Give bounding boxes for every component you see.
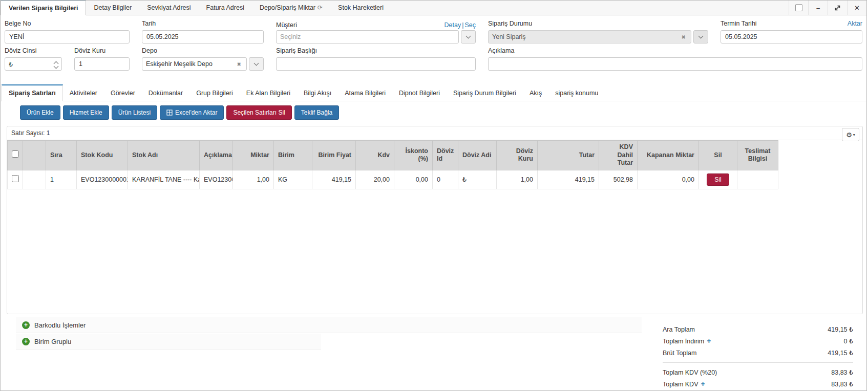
subtab-siparis-satirlari[interactable]: Sipariş Satırları — [2, 84, 63, 101]
col-stok-adi[interactable]: Stok Adı — [128, 141, 200, 170]
excelden-aktar-button[interactable]: Excel'den Aktar — [160, 105, 224, 120]
col-kdv-dahil-tutar[interactable]: KDV Dahil Tutar — [599, 141, 638, 170]
clear-icon[interactable]: ✖ — [236, 61, 243, 67]
col-doviz-kuru[interactable]: Döviz Kuru — [497, 141, 538, 170]
urun-listesi-button[interactable]: Ürün Listesi — [112, 105, 157, 120]
row-checkbox[interactable] — [12, 175, 19, 182]
doviz-kuru-input[interactable] — [74, 57, 130, 71]
aciklama-input[interactable] — [488, 57, 862, 71]
subtab-siparis-konumu[interactable]: sipariş konumu — [548, 85, 605, 101]
tab-verilen-siparis-bilgileri[interactable]: Verilen Sipariş Bilgileri — [1, 1, 86, 15]
depo-dropdown-button[interactable] — [249, 57, 264, 71]
subtab-grup-bilgileri[interactable]: Grup Bilgileri — [189, 85, 240, 101]
cell-stok-adi: KARANFİL TANE ---- Kalan : 14 — [128, 170, 200, 189]
termin-tarihi-input[interactable] — [721, 30, 862, 43]
tab-label: Sevkiyat Adresi — [147, 4, 190, 15]
tab-label: Verilen Sipariş Bilgileri — [9, 5, 78, 15]
secilen-satirlari-sil-button[interactable]: Seçilen Satırları Sil — [226, 105, 291, 120]
col-aciklama[interactable]: Açıklama — [200, 141, 233, 170]
order-header-form: Belge No Tarih Müşteri Detay|Seç Seçiniz — [1, 15, 866, 76]
subtab-ek-alan-bilgileri[interactable]: Ek Alan Bilgileri — [240, 85, 297, 101]
col-doviz-id[interactable]: Döviz Id — [433, 141, 458, 170]
tab-detay-bilgiler[interactable]: Detay Bilgiler — [86, 1, 139, 15]
siparis-durumu-label: Sipariş Durumu — [488, 20, 708, 28]
main-tabbar: Verilen Sipariş Bilgileri Detay Bilgiler… — [1, 1, 866, 15]
clear-icon[interactable]: ✖ — [680, 34, 687, 40]
subtab-dipnot-bilgileri[interactable]: Dipnot Bilgileri — [392, 85, 447, 101]
tab-stok-hareketleri[interactable]: Stok Hareketleri — [330, 1, 391, 15]
cell-aciklama: EVO1230000001 — [200, 170, 233, 189]
toplam-indirim-value: 0 ₺ — [844, 337, 853, 345]
col-iskonto[interactable]: İskonto (%) — [394, 141, 433, 170]
siparis-basligi-input[interactable] — [276, 57, 476, 71]
col-kapanan-miktar[interactable]: Kapanan Miktar — [638, 141, 699, 170]
col-miktar[interactable]: Miktar — [233, 141, 274, 170]
tab-sevkiyat-adresi[interactable]: Sevkiyat Adresi — [139, 1, 198, 15]
subtab-atama-bilgileri[interactable]: Atama Bilgileri — [338, 85, 392, 101]
musteri-label: Müşteri — [276, 21, 297, 29]
musteri-select[interactable]: Seçiniz — [276, 30, 459, 43]
col-kdv[interactable]: Kdv — [356, 141, 394, 170]
table-row[interactable]: 1 EVO12300000019 KARANFİL TANE ---- Kala… — [8, 170, 778, 189]
urun-ekle-button[interactable]: Ürün Ekle — [20, 105, 60, 120]
col-sil: Sil — [699, 141, 737, 170]
col-birim-fiyat[interactable]: Birim Fiyat — [312, 141, 356, 170]
tarih-input[interactable] — [142, 30, 264, 43]
tab-fatura-adresi[interactable]: Fatura Adresi — [199, 1, 252, 15]
musteri-sec-link[interactable]: Seç — [464, 21, 476, 29]
brut-toplam-label: Brüt Toplam — [663, 350, 696, 357]
col-stok-kodu[interactable]: Stok Kodu — [77, 141, 128, 170]
musteri-dropdown-button[interactable] — [461, 30, 476, 43]
subtab-dokumanlar[interactable]: Dokümanlar — [142, 85, 189, 101]
excel-icon — [166, 110, 173, 116]
table-header-row: Sıra Stok Kodu Stok Adı Açıklama Miktar … — [8, 141, 778, 170]
depo-select[interactable]: Eskişehir Meşelik Depo ✖ — [142, 57, 247, 71]
subtab-akis[interactable]: Akış — [523, 85, 548, 101]
depo-value: Eskişehir Meşelik Depo — [146, 60, 236, 68]
pin-checkbox[interactable] — [789, 1, 808, 15]
gear-icon: ⚙ — [846, 131, 852, 139]
close-icon: ✕ — [854, 4, 860, 12]
column-settings-button[interactable]: ⚙▾ — [842, 128, 859, 141]
siparis-durumu-dropdown-button[interactable] — [693, 30, 708, 43]
col-sira[interactable]: Sıra — [46, 141, 77, 170]
col-tutar[interactable]: Tutar — [538, 141, 599, 170]
musteri-detay-link[interactable]: Detay — [444, 21, 461, 29]
accordion-label: Birim Gruplu — [34, 338, 71, 345]
siparis-basligi-label: Sipariş Başlığı — [276, 47, 476, 55]
hizmet-ekle-button[interactable]: Hizmet Ekle — [63, 105, 109, 120]
select-all-checkbox[interactable] — [12, 150, 19, 158]
spinner-icon[interactable] — [52, 60, 58, 68]
siparis-durumu-select[interactable]: Yeni Sipariş ✖ — [488, 30, 691, 43]
order-lines-table: Sıra Stok Kodu Stok Adı Açıklama Miktar … — [7, 140, 778, 189]
aktar-link[interactable]: Aktar — [848, 20, 862, 27]
aciklama-label: Açıklama — [488, 47, 862, 55]
cell-miktar: 1,00 — [233, 170, 274, 189]
col-birim[interactable]: Birim — [274, 141, 312, 170]
doviz-cinsi-select[interactable]: ₺ — [5, 57, 62, 71]
footer-section: + Barkodlu İşlemler + Birim Gruplu Ara T… — [1, 317, 866, 392]
subtab-siparis-durum-bilgileri[interactable]: Sipariş Durum Bilgileri — [447, 85, 523, 101]
close-button[interactable]: ✕ — [847, 1, 866, 15]
tab-depo-siparis-miktar[interactable]: Depo/Sipariş Miktar⟳ — [252, 1, 330, 15]
delete-row-button[interactable]: Sil — [707, 173, 729, 186]
subtab-aktiviteler[interactable]: Aktiviteler — [63, 85, 104, 101]
add-kdv-icon[interactable]: + — [701, 381, 705, 387]
doviz-cinsi-value: ₺ — [9, 60, 52, 68]
belge-no-input[interactable] — [5, 30, 130, 43]
col-doviz-adi[interactable]: Döviz Adi — [458, 141, 497, 170]
cell-kapanan-miktar: 0,00 — [638, 170, 699, 189]
subtab-bilgi-akisi[interactable]: Bilgi Akışı — [297, 85, 338, 101]
ara-toplam-row: Ara Toplam 419,15 ₺ — [663, 323, 853, 335]
cell-teslimat — [737, 170, 778, 189]
minimize-button[interactable]: – — [808, 1, 828, 15]
subtab-gorevler[interactable]: Görevler — [104, 85, 142, 101]
add-discount-icon[interactable]: + — [707, 338, 711, 344]
ara-toplam-value: 419,15 ₺ — [828, 325, 853, 333]
teklif-bagla-button[interactable]: Teklif Bağla — [294, 105, 339, 120]
barkodlu-islemler-accordion[interactable]: + Barkodlu İşlemler — [16, 317, 642, 333]
brut-toplam-row: Brüt Toplam 419,15 ₺ — [663, 347, 853, 359]
expand-button[interactable] — [828, 1, 847, 15]
expand-plus-icon: + — [22, 338, 30, 345]
birim-gruplu-accordion[interactable]: + Birim Gruplu — [16, 334, 321, 350]
